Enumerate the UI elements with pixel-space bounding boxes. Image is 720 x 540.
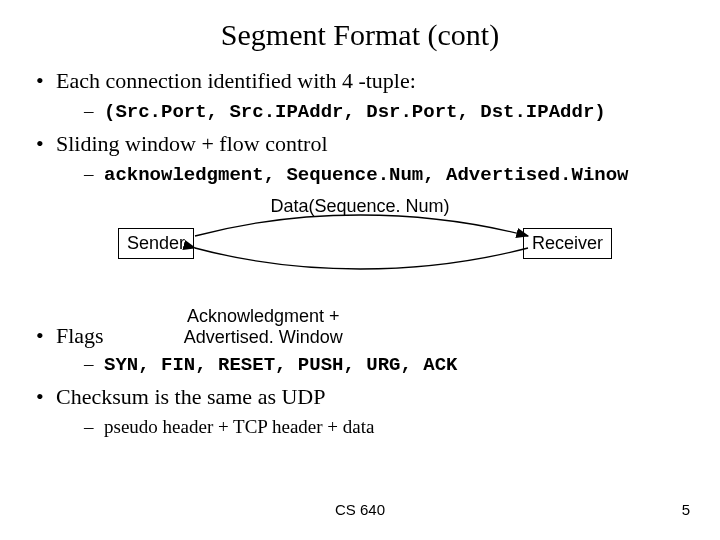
ack-arrow: [195, 248, 528, 269]
data-arrow: [195, 215, 528, 236]
flags-row: Flags Acknowledgment + Advertised. Windo…: [0, 306, 720, 349]
bullet-3-sub: SYN, FIN, RESET, PUSH, URG, ACK: [84, 353, 720, 376]
diagram-bottom-label: Acknowledgment + Advertised. Window: [184, 306, 343, 349]
bullet-2-sub-text: acknowledgment, Sequence.Num, Advertised…: [104, 164, 629, 186]
bullet-1-sub-item: (Src.Port, Src.IPAddr, Dsr.Port, Dst.IPA…: [84, 100, 720, 123]
bullet-4: Checksum is the same as UDP pseudo heade…: [30, 384, 720, 438]
bullet-4-sub-item: pseudo header + TCP header + data: [84, 416, 720, 438]
bullet-list-cont: SYN, FIN, RESET, PUSH, URG, ACK Checksum…: [30, 353, 720, 438]
bullet-3-sub-text: SYN, FIN, RESET, PUSH, URG, ACK: [104, 354, 457, 376]
footer-course: CS 640: [0, 501, 720, 518]
bullet-4-sub: pseudo header + TCP header + data: [84, 416, 720, 438]
bullet-list: Each connection identified with 4 -tuple…: [30, 68, 720, 186]
bullet-1: Each connection identified with 4 -tuple…: [30, 68, 720, 123]
flow-diagram: Data(Sequence. Num) Sender Receiver: [80, 196, 640, 306]
bullet-3-cont: SYN, FIN, RESET, PUSH, URG, ACK: [30, 353, 720, 376]
bullet-4-sub-text: pseudo header + TCP header + data: [104, 416, 374, 437]
slide: Segment Format (cont) Each connection id…: [0, 0, 720, 540]
bullet-3-sub-item: SYN, FIN, RESET, PUSH, URG, ACK: [84, 353, 720, 376]
bullet-1-sub-text: (Src.Port, Src.IPAddr, Dsr.Port, Dst.IPA…: [104, 101, 606, 123]
bullet-2-sub: acknowledgment, Sequence.Num, Advertised…: [84, 163, 720, 186]
bullet-1-text: Each connection identified with 4 -tuple…: [56, 68, 416, 93]
diagram-arrows: [80, 196, 640, 306]
footer-page-number: 5: [682, 501, 690, 518]
diagram-bottom-l2: Advertised. Window: [184, 327, 343, 347]
bullet-2-sub-item: acknowledgment, Sequence.Num, Advertised…: [84, 163, 720, 186]
bullet-2: Sliding window + flow control acknowledg…: [30, 131, 720, 186]
bullet-4-text: Checksum is the same as UDP: [56, 384, 325, 409]
bullet-3-text: Flags: [56, 323, 104, 348]
diagram-bottom-l1: Acknowledgment +: [187, 306, 340, 326]
bullet-1-sub: (Src.Port, Src.IPAddr, Dsr.Port, Dst.IPA…: [84, 100, 720, 123]
slide-title: Segment Format (cont): [0, 0, 720, 60]
flags-bullet: Flags: [30, 323, 104, 349]
bullet-3: Flags: [30, 323, 104, 349]
bullet-2-text: Sliding window + flow control: [56, 131, 328, 156]
